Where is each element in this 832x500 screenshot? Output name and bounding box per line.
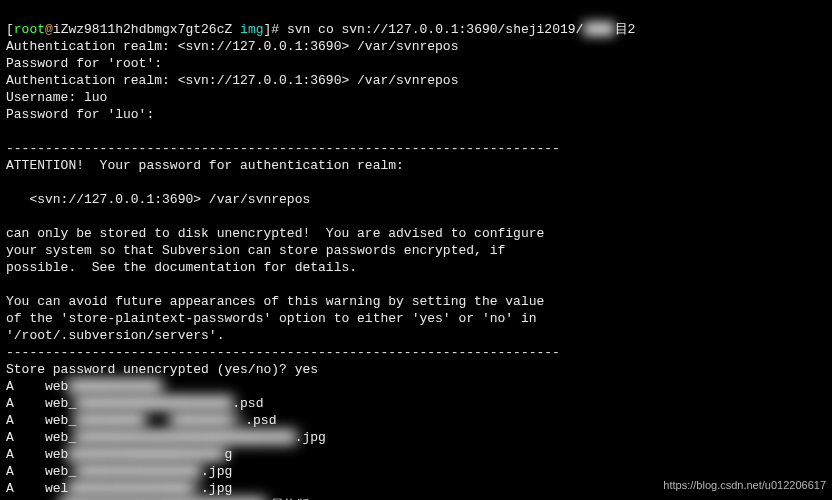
- file-name-start: web_: [45, 464, 76, 479]
- redacted-file: ████████████████████████████: [74, 429, 297, 446]
- output-line: of the 'store-plaintext-passwords' optio…: [6, 311, 537, 326]
- file-row: A web████████████: [6, 379, 162, 394]
- output-line: Authentication realm: <svn://127.0.0.1:3…: [6, 73, 458, 88]
- watermark-url: https://blog.csdn.net/u012206617: [663, 477, 826, 494]
- file-name-start: wel: [45, 481, 68, 496]
- status-col: A: [6, 481, 45, 496]
- status-col: A: [6, 379, 45, 394]
- file-ext: .psd: [245, 413, 276, 428]
- file-ext: .psd: [232, 396, 263, 411]
- file-row: A web_████████████████.jpg: [6, 464, 232, 479]
- prompt-user: root: [14, 22, 45, 37]
- file-ext: .jpg: [295, 430, 326, 445]
- command-text: svn co svn://127.0.0.1:3690/sheji2019/: [287, 22, 583, 37]
- attention-line: ATTENTION! Your password for authenticat…: [6, 158, 404, 173]
- output-line: your system so that Subversion can store…: [6, 243, 505, 258]
- separator-line: ----------------------------------------…: [6, 345, 560, 360]
- file-name-start: web_: [45, 413, 76, 428]
- terminal-output: [root@iZwz9811h2hdbmgx7gt26cZ img]# svn …: [6, 4, 826, 500]
- output-line: Authentication realm: <svn://127.0.0.1:3…: [6, 39, 458, 54]
- status-col: A: [6, 464, 45, 479]
- output-line: You can avoid future appearances of this…: [6, 294, 544, 309]
- prompt-host: iZwz9811h2hdbmgx7gt26cZ: [53, 22, 232, 37]
- file-row: A web_████████████████████.psd: [6, 396, 263, 411]
- bracket-open: [: [6, 22, 14, 37]
- file-name-start: web_: [45, 396, 76, 411]
- status-col: A: [6, 413, 45, 428]
- file-name-start: web_: [45, 430, 76, 445]
- file-row: A web_████████████████████████████.jpg: [6, 430, 326, 445]
- separator-line: ----------------------------------------…: [6, 141, 560, 156]
- redacted-file: ████████████████████: [75, 395, 234, 412]
- file-ext: .jpg: [201, 481, 232, 496]
- prompt-dir: img: [240, 22, 263, 37]
- redacted-path: ████: [583, 21, 614, 38]
- status-col: A: [6, 396, 45, 411]
- output-line: <svn://127.0.0.1:3690> /var/svnrepos: [6, 192, 310, 207]
- output-line: Username: luo: [6, 90, 107, 105]
- redacted-file: ████████████: [67, 378, 162, 395]
- file-row: A web████████████████████g: [6, 447, 232, 462]
- prompt-at: @: [45, 22, 53, 37]
- path-suffix: 目2: [615, 22, 636, 37]
- prompt-line[interactable]: [root@iZwz9811h2hdbmgx7gt26cZ img]# svn …: [6, 22, 635, 37]
- store-password-prompt[interactable]: Store password unencrypted (yes/no)? yes: [6, 362, 318, 377]
- redacted-file: █████████ ████████本: [75, 412, 247, 429]
- file-name-start: web: [45, 379, 68, 394]
- output-line: '/root/.subversion/servers'.: [6, 328, 224, 343]
- output-line: possible. See the documentation for deta…: [6, 260, 357, 275]
- redacted-file: ████████████████: [75, 463, 202, 480]
- bracket-close: ]#: [264, 22, 287, 37]
- file-row: A wel████████████████3.jpg: [6, 481, 232, 496]
- file-name-start: web: [45, 447, 68, 462]
- output-line: can only be stored to disk unencrypted! …: [6, 226, 544, 241]
- output-line: Password for 'luo':: [6, 107, 154, 122]
- status-col: A: [6, 430, 45, 445]
- file-row: A web_█████████ ████████本.psd: [6, 413, 276, 428]
- status-col: A: [6, 447, 45, 462]
- file-ext: .jpg: [201, 464, 232, 479]
- output-line: Password for 'root':: [6, 56, 162, 71]
- redacted-file: ████████████████████: [67, 446, 226, 463]
- redacted-file: ████████████████3: [67, 480, 202, 497]
- file-ext: g: [224, 447, 232, 462]
